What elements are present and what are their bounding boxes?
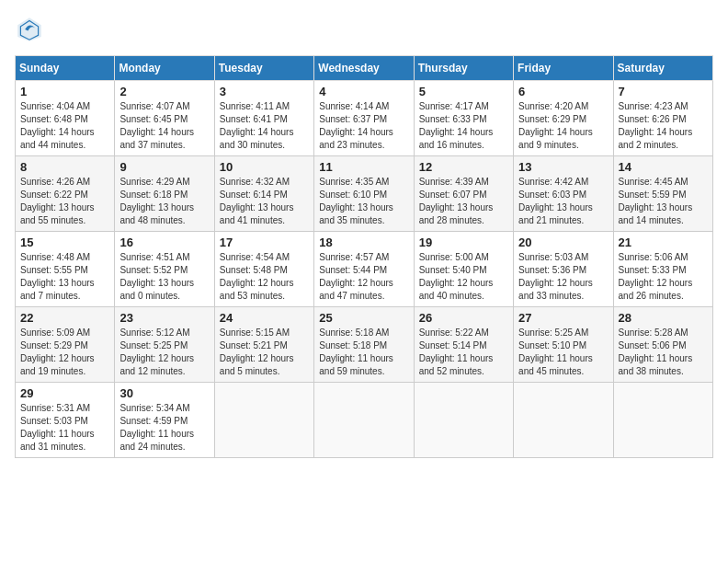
day-info: Sunrise: 4:32 AMSunset: 6:14 PMDaylight:…: [220, 176, 309, 227]
day-number: 24: [220, 311, 309, 325]
day-info: Sunrise: 4:14 AMSunset: 6:37 PMDaylight:…: [319, 100, 408, 152]
calendar-header-row: Sunday Monday Tuesday Wednesday Thursday…: [16, 56, 713, 81]
calendar-row: 15 Sunrise: 4:48 AMSunset: 5:55 PMDaylig…: [16, 232, 713, 307]
day-info: Sunrise: 5:06 AMSunset: 5:33 PMDaylight:…: [619, 251, 708, 303]
day-number: 20: [518, 236, 608, 249]
table-cell: 7 Sunrise: 4:23 AMSunset: 6:26 PMDayligh…: [613, 81, 712, 156]
day-info: Sunrise: 5:28 AMSunset: 5:06 PMDaylight:…: [619, 327, 708, 378]
day-number: 29: [20, 386, 109, 400]
table-cell: [414, 383, 513, 458]
day-info: Sunrise: 4:20 AMSunset: 6:29 PMDaylight:…: [518, 100, 608, 152]
table-cell: 28 Sunrise: 5:28 AMSunset: 5:06 PMDaylig…: [613, 307, 712, 383]
day-info: Sunrise: 4:23 AMSunset: 6:26 PMDaylight:…: [619, 100, 708, 152]
table-cell: [514, 383, 613, 458]
day-info: Sunrise: 4:51 AMSunset: 5:52 PMDaylight:…: [119, 251, 209, 303]
day-info: Sunrise: 5:22 AMSunset: 5:14 PMDaylight:…: [419, 327, 508, 378]
day-info: Sunrise: 4:42 AMSunset: 6:03 PMDaylight:…: [518, 176, 608, 227]
calendar-row: 22 Sunrise: 5:09 AMSunset: 5:29 PMDaylig…: [16, 307, 713, 383]
day-number: 8: [20, 160, 109, 174]
table-cell: 6 Sunrise: 4:20 AMSunset: 6:29 PMDayligh…: [514, 81, 613, 156]
table-cell: 15 Sunrise: 4:48 AMSunset: 5:55 PMDaylig…: [16, 232, 115, 307]
day-number: 28: [619, 311, 708, 325]
calendar-row: 29 Sunrise: 5:31 AMSunset: 5:03 PMDaylig…: [16, 383, 713, 458]
day-info: Sunrise: 4:45 AMSunset: 5:59 PMDaylight:…: [619, 176, 708, 227]
col-thursday: Thursday: [414, 56, 513, 81]
col-friday: Friday: [514, 56, 613, 81]
day-info: Sunrise: 4:17 AMSunset: 6:33 PMDaylight:…: [419, 100, 508, 152]
day-number: 22: [20, 311, 109, 325]
table-cell: 13 Sunrise: 4:42 AMSunset: 6:03 PMDaylig…: [514, 156, 613, 232]
day-info: Sunrise: 4:48 AMSunset: 5:55 PMDaylight:…: [20, 251, 109, 303]
table-cell: 24 Sunrise: 5:15 AMSunset: 5:21 PMDaylig…: [214, 307, 313, 383]
day-info: Sunrise: 5:12 AMSunset: 5:25 PMDaylight:…: [119, 327, 209, 378]
day-info: Sunrise: 5:09 AMSunset: 5:29 PMDaylight:…: [20, 327, 109, 378]
table-cell: 20 Sunrise: 5:03 AMSunset: 5:36 PMDaylig…: [514, 232, 613, 307]
day-number: 11: [319, 160, 408, 174]
table-cell: 4 Sunrise: 4:14 AMSunset: 6:37 PMDayligh…: [314, 81, 414, 156]
day-info: Sunrise: 5:18 AMSunset: 5:18 PMDaylight:…: [319, 327, 408, 378]
day-number: 27: [518, 311, 608, 325]
table-cell: 8 Sunrise: 4:26 AMSunset: 6:22 PMDayligh…: [16, 156, 115, 232]
table-cell: 29 Sunrise: 5:31 AMSunset: 5:03 PMDaylig…: [16, 383, 115, 458]
calendar-table: Sunday Monday Tuesday Wednesday Thursday…: [15, 55, 713, 458]
day-number: 21: [619, 236, 708, 249]
table-cell: 12 Sunrise: 4:39 AMSunset: 6:07 PMDaylig…: [414, 156, 513, 232]
col-saturday: Saturday: [613, 56, 712, 81]
day-info: Sunrise: 4:35 AMSunset: 6:10 PMDaylight:…: [319, 176, 408, 227]
day-number: 12: [419, 160, 508, 174]
day-info: Sunrise: 4:57 AMSunset: 5:44 PMDaylight:…: [319, 251, 408, 303]
table-cell: 25 Sunrise: 5:18 AMSunset: 5:18 PMDaylig…: [314, 307, 414, 383]
day-number: 4: [319, 85, 408, 98]
day-info: Sunrise: 5:25 AMSunset: 5:10 PMDaylight:…: [518, 327, 608, 378]
table-cell: 3 Sunrise: 4:11 AMSunset: 6:41 PMDayligh…: [214, 81, 313, 156]
day-number: 25: [319, 311, 408, 325]
table-cell: 1 Sunrise: 4:04 AMSunset: 6:48 PMDayligh…: [16, 81, 115, 156]
table-cell: [314, 383, 414, 458]
day-info: Sunrise: 4:07 AMSunset: 6:45 PMDaylight:…: [119, 100, 209, 152]
day-number: 13: [518, 160, 608, 174]
day-info: Sunrise: 5:00 AMSunset: 5:40 PMDaylight:…: [419, 251, 508, 303]
table-cell: 22 Sunrise: 5:09 AMSunset: 5:29 PMDaylig…: [16, 307, 115, 383]
day-number: 26: [419, 311, 508, 325]
table-cell: 19 Sunrise: 5:00 AMSunset: 5:40 PMDaylig…: [414, 232, 513, 307]
day-number: 10: [220, 160, 309, 174]
day-info: Sunrise: 4:11 AMSunset: 6:41 PMDaylight:…: [220, 100, 309, 152]
day-number: 6: [518, 85, 608, 98]
day-number: 23: [119, 311, 209, 325]
table-cell: 5 Sunrise: 4:17 AMSunset: 6:33 PMDayligh…: [414, 81, 513, 156]
day-number: 15: [20, 236, 109, 249]
table-cell: 9 Sunrise: 4:29 AMSunset: 6:18 PMDayligh…: [115, 156, 214, 232]
calendar-row: 8 Sunrise: 4:26 AMSunset: 6:22 PMDayligh…: [16, 156, 713, 232]
calendar-row: 1 Sunrise: 4:04 AMSunset: 6:48 PMDayligh…: [16, 81, 713, 156]
day-info: Sunrise: 5:03 AMSunset: 5:36 PMDaylight:…: [518, 251, 608, 303]
col-wednesday: Wednesday: [314, 56, 414, 81]
logo-icon: [15, 15, 44, 44]
day-number: 3: [220, 85, 309, 98]
table-cell: 16 Sunrise: 4:51 AMSunset: 5:52 PMDaylig…: [115, 232, 214, 307]
day-number: 17: [220, 236, 309, 249]
day-info: Sunrise: 4:54 AMSunset: 5:48 PMDaylight:…: [220, 251, 309, 303]
day-number: 1: [20, 85, 109, 98]
day-number: 2: [119, 85, 209, 98]
day-info: Sunrise: 4:29 AMSunset: 6:18 PMDaylight:…: [119, 176, 209, 227]
table-cell: 21 Sunrise: 5:06 AMSunset: 5:33 PMDaylig…: [613, 232, 712, 307]
logo: [15, 15, 48, 44]
day-info: Sunrise: 4:04 AMSunset: 6:48 PMDaylight:…: [20, 100, 109, 152]
col-monday: Monday: [115, 56, 214, 81]
table-cell: [214, 383, 313, 458]
day-number: 9: [119, 160, 209, 174]
day-number: 14: [619, 160, 708, 174]
table-cell: 18 Sunrise: 4:57 AMSunset: 5:44 PMDaylig…: [314, 232, 414, 307]
table-cell: 17 Sunrise: 4:54 AMSunset: 5:48 PMDaylig…: [214, 232, 313, 307]
day-number: 30: [119, 386, 209, 400]
table-cell: 27 Sunrise: 5:25 AMSunset: 5:10 PMDaylig…: [514, 307, 613, 383]
col-tuesday: Tuesday: [214, 56, 313, 81]
page-header: [15, 15, 713, 44]
col-sunday: Sunday: [16, 56, 115, 81]
day-info: Sunrise: 5:31 AMSunset: 5:03 PMDaylight:…: [20, 402, 109, 454]
day-info: Sunrise: 4:39 AMSunset: 6:07 PMDaylight:…: [419, 176, 508, 227]
table-cell: [613, 383, 712, 458]
day-info: Sunrise: 4:26 AMSunset: 6:22 PMDaylight:…: [20, 176, 109, 227]
day-number: 7: [619, 85, 708, 98]
table-cell: 14 Sunrise: 4:45 AMSunset: 5:59 PMDaylig…: [613, 156, 712, 232]
